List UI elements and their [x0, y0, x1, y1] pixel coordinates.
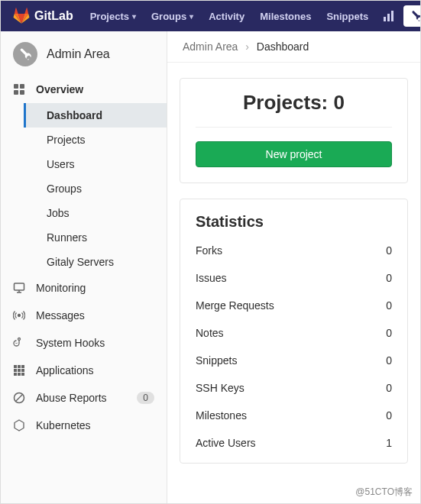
svg-rect-6 — [20, 90, 24, 95]
nav-right — [376, 5, 421, 27]
stat-row-milestones: Milestones0 — [196, 402, 392, 429]
svg-rect-13 — [18, 365, 21, 368]
gitlab-logo-icon — [13, 8, 30, 24]
breadcrumb-current: Dashboard — [257, 40, 309, 53]
abuse-icon — [13, 392, 25, 404]
breadcrumb-root[interactable]: Admin Area — [183, 40, 238, 53]
svg-point-10 — [18, 315, 21, 317]
chevron-down-icon: ▾ — [132, 12, 136, 21]
badge-count: 0 — [137, 392, 154, 404]
admin-wrench-icon-button[interactable] — [403, 5, 421, 27]
sidebar-item-kubernetes[interactable]: Kubernetes — [1, 412, 167, 439]
sidebar-overview-children: Dashboard Projects Users Groups Jobs Run… — [1, 103, 167, 274]
sidebar-item-label: Applications — [36, 364, 94, 376]
sidebar-item-label: Kubernetes — [36, 419, 91, 431]
stat-row-forks: Forks0 — [196, 237, 392, 264]
svg-rect-1 — [387, 14, 390, 21]
svg-rect-7 — [15, 283, 24, 290]
sidebar-item-messages[interactable]: Messages — [1, 302, 167, 329]
chevron-right-icon: › — [245, 40, 249, 53]
svg-rect-3 — [14, 84, 18, 89]
nav-snippets[interactable]: Snippets — [319, 1, 376, 31]
sidebar-subitem-users[interactable]: Users — [24, 152, 167, 176]
sidebar-header[interactable]: Admin Area — [1, 31, 167, 76]
sidebar-title: Admin Area — [47, 47, 110, 61]
projects-card: Projects: 0 New project — [180, 78, 408, 183]
brand-name: GitLab — [34, 9, 73, 23]
sidebar-item-system-hooks[interactable]: System Hooks — [1, 329, 167, 357]
stat-row-snippets: Snippets0 — [196, 347, 392, 374]
svg-rect-2 — [391, 11, 393, 21]
breadcrumb: Admin Area › Dashboard — [167, 31, 420, 63]
sidebar-item-label: Abuse Reports — [36, 392, 107, 404]
sidebar-subitem-groups[interactable]: Groups — [24, 176, 167, 201]
stat-row-active-users: Active Users1 — [196, 429, 392, 457]
stat-row-issues: Issues0 — [196, 264, 392, 292]
statistics-card: Statistics Forks0 Issues0 Merge Requests… — [180, 199, 408, 464]
svg-rect-17 — [21, 369, 24, 372]
sidebar-subitem-gitaly[interactable]: Gitaly Servers — [24, 250, 167, 274]
sidebar-subitem-projects[interactable]: Projects — [24, 128, 167, 152]
applications-icon — [13, 364, 25, 376]
sidebar-item-label: Monitoring — [36, 282, 86, 294]
sidebar-item-abuse-reports[interactable]: Abuse Reports 0 — [1, 384, 167, 412]
svg-rect-16 — [18, 369, 21, 372]
projects-count-title: Projects: 0 — [196, 91, 392, 128]
svg-rect-14 — [21, 365, 24, 368]
broadcast-icon — [13, 309, 25, 321]
sidebar: Admin Area Overview Dashboard Projects U… — [1, 31, 167, 504]
main-content: Admin Area › Dashboard Projects: 0 New p… — [167, 31, 420, 504]
svg-rect-18 — [14, 373, 17, 376]
sidebar-subitem-runners[interactable]: Runners — [24, 225, 167, 250]
svg-rect-4 — [20, 84, 24, 89]
statistics-title: Statistics — [196, 213, 392, 231]
sidebar-item-overview[interactable]: Overview — [1, 76, 167, 103]
nav-activity[interactable]: Activity — [201, 1, 252, 31]
sidebar-item-label: Overview — [36, 83, 83, 95]
svg-rect-5 — [14, 90, 18, 95]
chart-icon-button[interactable] — [376, 5, 402, 27]
nav-groups[interactable]: Groups▾ — [144, 1, 201, 31]
top-navbar: GitLab Projects▾ Groups▾ Activity Milest… — [1, 1, 420, 31]
kubernetes-icon — [13, 419, 25, 431]
svg-rect-20 — [21, 373, 24, 376]
svg-rect-19 — [18, 373, 21, 376]
new-project-button[interactable]: New project — [196, 141, 392, 167]
svg-marker-23 — [15, 420, 24, 431]
stat-row-ssh-keys: SSH Keys0 — [196, 374, 392, 402]
svg-rect-0 — [384, 17, 386, 21]
brand[interactable]: GitLab — [13, 8, 73, 24]
sidebar-item-label: System Hooks — [36, 337, 105, 349]
svg-line-22 — [16, 395, 23, 402]
nav-projects[interactable]: Projects▾ — [83, 1, 144, 31]
overview-icon — [13, 83, 25, 95]
nav-milestones[interactable]: Milestones — [252, 1, 319, 31]
chevron-down-icon: ▾ — [189, 12, 193, 21]
svg-point-11 — [18, 338, 21, 341]
wrench-icon — [13, 42, 37, 66]
sidebar-item-label: Messages — [36, 309, 85, 321]
sidebar-subitem-dashboard[interactable]: Dashboard — [24, 103, 167, 128]
svg-rect-15 — [14, 369, 17, 372]
sidebar-item-applications[interactable]: Applications — [1, 357, 167, 384]
svg-rect-12 — [14, 365, 17, 368]
sidebar-subitem-jobs[interactable]: Jobs — [24, 201, 167, 225]
sidebar-item-monitoring[interactable]: Monitoring — [1, 274, 167, 302]
stat-row-notes: Notes0 — [196, 319, 392, 347]
nav-items: Projects▾ Groups▾ Activity Milestones Sn… — [83, 1, 377, 31]
monitor-icon — [13, 282, 25, 294]
hook-icon — [13, 337, 25, 349]
stat-row-merge-requests: Merge Requests0 — [196, 292, 392, 319]
